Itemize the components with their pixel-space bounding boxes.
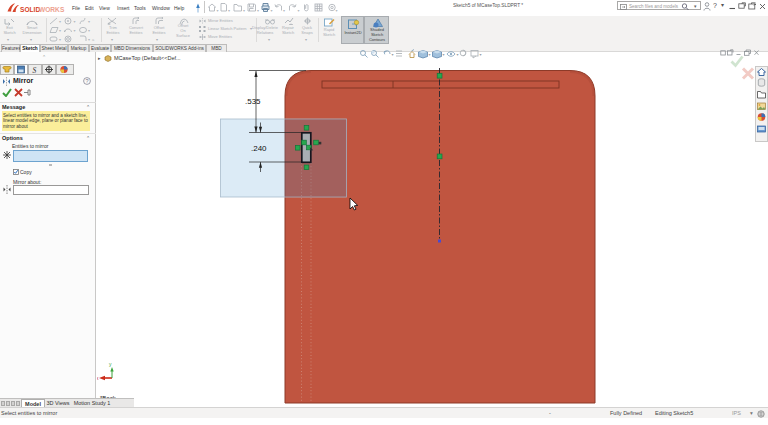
svg-text:▾: ▾: [257, 8, 259, 13]
svg-text:▾: ▾: [217, 8, 219, 13]
svg-text:WORKS: WORKS: [39, 6, 65, 13]
svg-text:▾: ▾: [271, 8, 273, 13]
svg-text:▾: ▾: [74, 19, 76, 24]
svg-text:▾: ▾: [88, 37, 90, 42]
svg-text:▾: ▾: [59, 19, 61, 24]
svg-text:▾: ▾: [283, 8, 285, 13]
svg-text:▾: ▾: [429, 52, 431, 57]
svg-text:.240: .240: [251, 144, 267, 153]
svg-text:▾: ▾: [228, 8, 230, 13]
svg-text:y: y: [109, 361, 112, 367]
svg-text:a: a: [92, 37, 95, 42]
svg-text:▾: ▾: [457, 52, 459, 57]
svg-text:▾: ▾: [336, 8, 338, 13]
svg-text:S: S: [33, 66, 37, 75]
svg-text:x: x: [97, 375, 99, 381]
svg-text:▾: ▾: [88, 19, 90, 24]
svg-text:SOLID: SOLID: [20, 6, 40, 13]
svg-text:▾: ▾: [392, 52, 394, 57]
svg-text:▾: ▾: [243, 8, 245, 13]
svg-text:▾: ▾: [88, 28, 90, 33]
svg-text:▾: ▾: [298, 8, 300, 13]
svg-text:▾: ▾: [74, 28, 76, 33]
svg-text:.535: .535: [245, 97, 261, 106]
svg-text:?: ?: [86, 78, 89, 84]
svg-text:▾: ▾: [59, 28, 61, 33]
svg-text:▾: ▾: [480, 52, 482, 57]
svg-text:▾: ▾: [59, 37, 61, 42]
svg-text:▾: ▾: [443, 52, 445, 57]
